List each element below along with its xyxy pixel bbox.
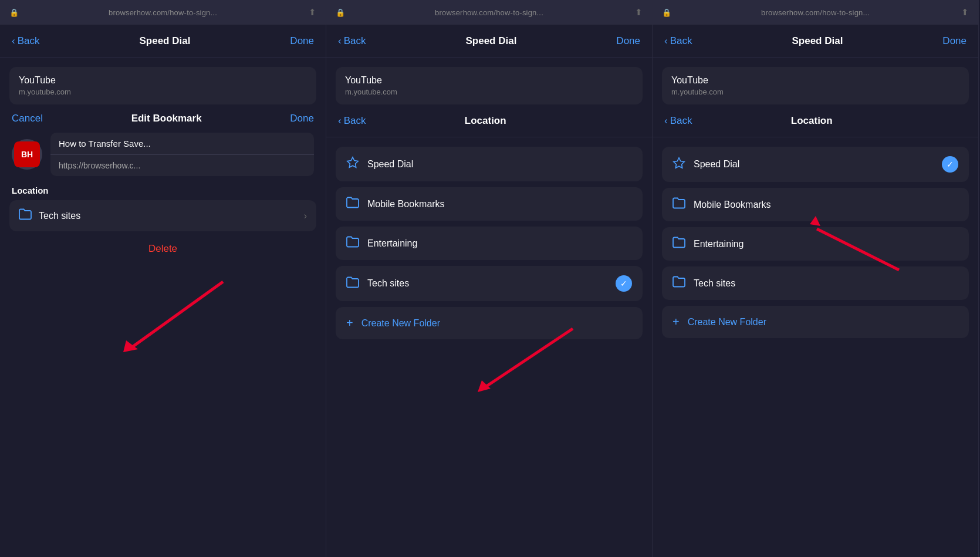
location-list-2: Speed Dial Mobile Bookmarks Entert [326,137,652,557]
folder-icon-location [19,208,32,223]
chevron-right-icon-location: › [304,211,307,221]
panel-3: 🔒 browserhow.com/how-to-sign... ⬆ ‹ Back… [653,0,979,557]
star-icon-3 [673,157,685,173]
share-icon-3: ⬆ [961,7,969,18]
done-button-1[interactable]: Done [290,35,314,47]
back-button-3[interactable]: ‹ Back [664,35,692,47]
checkmark-tech-2: ✓ [616,275,632,292]
bh-logo: BH [14,141,40,167]
list-item-tech-sites-2[interactable]: Tech sites ✓ [336,266,643,301]
entertaining-text-3: Entertaining [694,239,958,249]
location-back-button-3[interactable]: ‹ Back [664,115,692,127]
entertaining-text-2: Entertaining [367,238,632,249]
back-button-1[interactable]: ‹ Back [12,35,39,47]
star-icon-2 [346,156,359,172]
mobile-bookmarks-text-2: Mobile Bookmarks [367,199,632,210]
location-list-3: Speed Dial ✓ Mobile Bookmarks [653,137,978,557]
bookmark-avatar: BH [12,139,42,170]
bookmark-info: BH How to Transfer Save... https://brows… [0,133,326,185]
browser-bar-2: 🔒 browserhow.com/how-to-sign... ⬆ [326,0,652,25]
edit-bookmark-title: Edit Bookmark [131,113,202,124]
location-folder-name: Tech sites [39,211,304,221]
location-title-2: Location [465,115,506,127]
list-item-speed-dial-3[interactable]: Speed Dial ✓ [662,147,969,182]
folder-icon-entertaining-3 [673,237,685,251]
nav-bar-1: ‹ Back Speed Dial Done [0,25,326,58]
youtube-title-2: YouTube [345,75,633,86]
youtube-card-3: YouTube m.youtube.com [662,67,969,104]
chevron-left-icon-3: ‹ [664,35,668,47]
youtube-url-3: m.youtube.com [671,87,959,96]
back-button-2[interactable]: ‹ Back [338,35,366,47]
youtube-url-2: m.youtube.com [345,87,633,96]
list-item-speed-dial-2[interactable]: Speed Dial [336,147,643,181]
chevron-left-icon-loc-3: ‹ [664,115,668,127]
list-item-tech-sites-3[interactable]: Tech sites [662,266,969,300]
edit-bookmark-header: Cancel Edit Bookmark Done [0,104,326,133]
browser-url-3: browserhow.com/how-to-sign... [761,8,870,17]
tech-sites-text-3: Tech sites [694,278,958,289]
done-button-2[interactable]: Done [616,35,640,47]
location-label: Location [0,185,326,200]
nav-bar-3: ‹ Back Speed Dial Done [653,25,978,58]
speed-dial-text-3: Speed Dial [694,159,942,170]
youtube-card-2: YouTube m.youtube.com [336,67,643,104]
list-item-entertaining-3[interactable]: Entertaining [662,227,969,261]
panel-2: 🔒 browserhow.com/how-to-sign... ⬆ ‹ Back… [326,0,653,557]
browser-bar-3: 🔒 browserhow.com/how-to-sign... ⬆ [653,0,978,25]
svg-marker-5 [674,157,684,167]
lock-icon: 🔒 [9,8,19,17]
create-folder-button-3[interactable]: + Create New Folder [662,306,969,338]
nav-title-3: Speed Dial [792,35,843,47]
done-button-3[interactable]: Done [942,35,967,47]
location-title-3: Location [791,115,833,127]
youtube-title-3: YouTube [671,75,959,86]
location-folder-button[interactable]: Tech sites › [9,200,316,231]
cancel-button[interactable]: Cancel [12,113,43,124]
nav-title-2: Speed Dial [465,35,516,47]
create-folder-text-2: Create New Folder [361,318,440,329]
browser-url-2: browserhow.com/how-to-sign... [435,8,543,17]
tech-sites-text-2: Tech sites [367,278,616,289]
plus-icon-2: + [346,316,353,330]
folder-icon-tech-3 [673,276,685,291]
plus-icon-3: + [673,315,680,329]
browser-url-1: browserhow.com/how-to-sign... [109,8,217,17]
youtube-url-1: m.youtube.com [19,87,307,96]
bookmark-url-field[interactable]: https://browserhow.c... [50,155,314,176]
browser-bar-1: 🔒 browserhow.com/how-to-sign... ⬆ [0,0,326,25]
nav-title-1: Speed Dial [139,35,190,47]
edit-done-button[interactable]: Done [290,113,314,124]
folder-icon-mobile-2 [346,197,359,211]
bookmark-name-field[interactable]: How to Transfer Save... [50,133,314,155]
panel-1: 🔒 browserhow.com/how-to-sign... ⬆ ‹ Back… [0,0,326,557]
delete-button[interactable]: Delete [0,231,326,266]
create-folder-text-3: Create New Folder [688,317,766,328]
bookmark-fields: How to Transfer Save... https://browserh… [50,133,314,176]
folder-icon-entertaining-2 [346,236,359,251]
lock-icon-2: 🔒 [336,8,345,17]
share-icon-2: ⬆ [635,7,643,18]
list-item-mobile-bookmarks-2[interactable]: Mobile Bookmarks [336,187,643,221]
speed-dial-text-2: Speed Dial [367,159,632,170]
share-icon-1: ⬆ [309,7,316,18]
nav-bar-2: ‹ Back Speed Dial Done [326,25,652,58]
folder-icon-mobile-3 [673,197,685,212]
folder-icon-tech-2 [346,276,359,291]
chevron-left-icon-1: ‹ [12,35,15,47]
location-nav-bar-2: ‹ Back Location [326,104,652,137]
create-folder-button-2[interactable]: + Create New Folder [336,307,643,339]
chevron-left-icon-loc-2: ‹ [338,115,342,127]
checkmark-speed-dial-3: ✓ [942,156,958,173]
location-nav-bar-3: ‹ Back Location [653,104,978,137]
mobile-bookmarks-text-3: Mobile Bookmarks [694,200,958,210]
youtube-card-1: YouTube m.youtube.com [9,67,316,104]
chevron-left-icon-2: ‹ [338,35,342,47]
svg-marker-2 [347,157,358,167]
lock-icon-3: 🔒 [662,8,671,17]
youtube-title-1: YouTube [19,75,307,86]
list-item-entertaining-2[interactable]: Entertaining [336,227,643,260]
list-item-mobile-bookmarks-3[interactable]: Mobile Bookmarks [662,188,969,221]
location-back-button-2[interactable]: ‹ Back [338,115,366,127]
